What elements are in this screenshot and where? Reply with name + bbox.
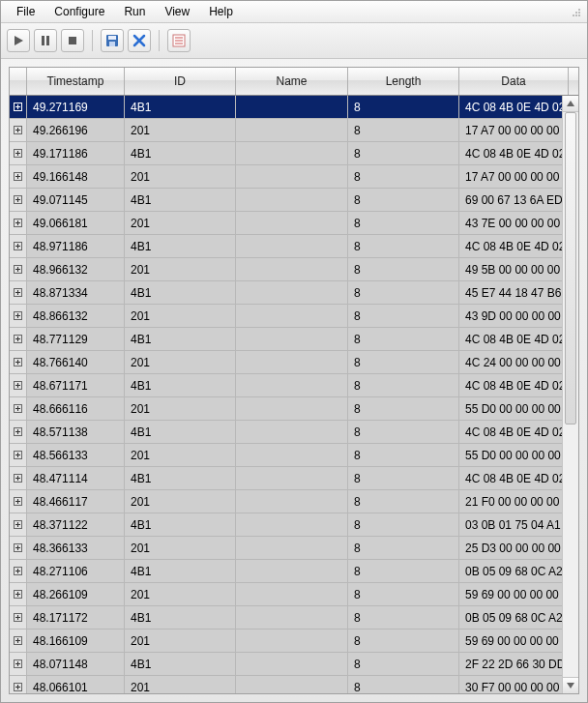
table-row[interactable]: 48.8713344B1845 E7 44 18 47 B6 4... [10,281,563,305]
table-row[interactable]: 48.966132201849 5B 00 00 00 00 1... [10,258,563,281]
table-row[interactable]: 48.4711144B184C 08 4B 0E 4D 02 ... [10,467,563,490]
expand-toggle[interactable] [10,96,27,118]
table-row[interactable]: 49.266196201817 A7 00 00 00 00 8... [10,119,563,142]
table-row[interactable]: 48.466117201821 F0 00 00 00 00 A... [10,490,563,513]
table-row[interactable]: 48.3711224B1803 0B 01 75 04 A1 F... [10,513,563,537]
table-row[interactable]: 49.2711694B184C 08 4B 0E 4D 02 ... [10,96,563,119]
expand-toggle[interactable] [10,444,27,466]
expand-toggle[interactable] [10,165,27,188]
expand-toggle[interactable] [10,281,27,304]
table-row[interactable]: 48.76614020184C 24 00 00 00 00 9... [10,351,563,374]
plus-icon [14,381,22,390]
cell-name [236,490,348,513]
cell-length: 8 [348,142,459,164]
menu-run[interactable]: Run [114,3,155,20]
expand-toggle[interactable] [10,119,27,141]
svg-rect-7 [42,36,44,45]
menu-view[interactable]: View [155,3,199,20]
cell-length: 8 [348,212,459,234]
cell-length: 8 [348,421,459,443]
expand-toggle[interactable] [10,258,27,280]
stop-button[interactable] [61,29,84,52]
expand-toggle[interactable] [10,142,27,164]
table-row[interactable]: 48.9711864B184C 08 4B 0E 4D 02 ... [10,235,563,258]
menu-help[interactable]: Help [199,3,243,20]
table-row[interactable]: 48.366133201825 D3 00 00 00 00 6... [10,537,563,560]
column-header[interactable]: Data [459,68,569,95]
expand-toggle[interactable] [10,235,27,257]
clear-icon [132,34,146,47]
table-row[interactable]: 49.1711864B184C 08 4B 0E 4D 02 ... [10,142,563,165]
table-row[interactable]: 48.0711484B182F 22 2D 66 30 DD ... [10,653,563,676]
scroll-up-button[interactable] [563,96,578,112]
expand-toggle[interactable] [10,397,27,420]
expand-toggle[interactable] [10,490,27,513]
expand-toggle[interactable] [10,351,27,373]
expand-toggle[interactable] [10,653,27,675]
scroll-thumb[interactable] [565,112,576,425]
column-header[interactable] [10,68,27,95]
list-view-button[interactable] [167,29,191,52]
save-button[interactable] [101,29,124,52]
cell-timestamp: 48.971186 [27,235,125,257]
table-row[interactable]: 48.666116201855 D0 00 00 00 00 9... [10,397,563,421]
table-row[interactable]: 48.2711064B180B 05 09 68 0C A2 ... [10,560,563,583]
cell-data: 0B 05 09 68 0C A2 ... [459,560,563,582]
table-row[interactable]: 48.6711714B184C 08 4B 0E 4D 02 ... [10,374,563,397]
expand-toggle[interactable] [10,583,27,605]
expand-toggle[interactable] [10,560,27,582]
table-row[interactable]: 48.266109201859 69 00 00 00 00 3... [10,583,563,606]
vertical-scrollbar[interactable] [562,96,578,693]
menu-file[interactable]: File [7,3,44,20]
cell-id: 4B1 [125,189,236,211]
play-button[interactable] [7,29,30,52]
table-row[interactable]: 48.1711724B180B 05 09 68 0C A2 ... [10,606,563,630]
scroll-down-button[interactable] [563,677,578,693]
expand-toggle[interactable] [10,328,27,350]
menu-configure[interactable]: Configure [44,3,114,20]
cell-timestamp: 48.571138 [27,421,125,443]
plus-icon [14,683,22,691]
cell-id: 201 [125,165,236,188]
scroll-track[interactable] [563,112,578,677]
pause-button[interactable] [34,29,57,52]
cell-name [236,328,348,350]
expand-toggle[interactable] [10,606,27,629]
column-header[interactable]: ID [125,68,236,95]
cell-length: 8 [348,189,459,211]
svg-rect-3 [573,15,574,16]
table-row[interactable]: 48.166109201859 69 00 00 00 00 3... [10,630,563,653]
cell-length: 8 [348,96,459,118]
expand-toggle[interactable] [10,630,27,652]
cell-timestamp: 48.266109 [27,583,125,605]
table-row[interactable]: 48.566133201855 D0 00 00 00 00 5... [10,444,563,467]
expand-toggle[interactable] [10,374,27,396]
expand-toggle[interactable] [10,189,27,211]
cell-data: 59 69 00 00 00 00 3... [459,630,563,652]
column-header[interactable]: Length [348,68,459,95]
column-header[interactable]: Timestamp [27,68,125,95]
table-row[interactable]: 48.7711294B184C 08 4B 0E 4D 02 ... [10,328,563,351]
clear-button[interactable] [128,29,151,52]
expand-toggle[interactable] [10,305,27,327]
expand-toggle[interactable] [10,513,27,536]
table-row[interactable]: 48.5711384B184C 08 4B 0E 4D 02 ... [10,421,563,444]
resize-grip-icon [570,6,581,17]
expand-toggle[interactable] [10,537,27,559]
expand-toggle[interactable] [10,421,27,443]
cell-id: 4B1 [125,235,236,257]
expand-toggle[interactable] [10,676,27,693]
cell-data: 4C 08 4B 0E 4D 02 ... [459,467,563,489]
table-row[interactable]: 49.0711454B1869 00 67 13 6A ED 6... [10,189,563,212]
svg-rect-0 [578,9,580,11]
expand-toggle[interactable] [10,467,27,489]
table-row[interactable]: 48.866132201843 9D 00 00 00 00 1... [10,305,563,328]
list-icon [172,34,186,47]
table-row[interactable]: 49.166148201817 A7 00 00 00 00 8... [10,165,563,189]
column-header[interactable]: Name [236,68,348,95]
cell-length: 8 [348,397,459,420]
table-row[interactable]: 49.066181201843 7E 00 00 00 00 A... [10,212,563,235]
column-header-row: TimestampIDNameLengthData [10,68,578,96]
expand-toggle[interactable] [10,212,27,234]
table-row[interactable]: 48.066101201830 F7 00 00 00 00 5... [10,676,563,693]
